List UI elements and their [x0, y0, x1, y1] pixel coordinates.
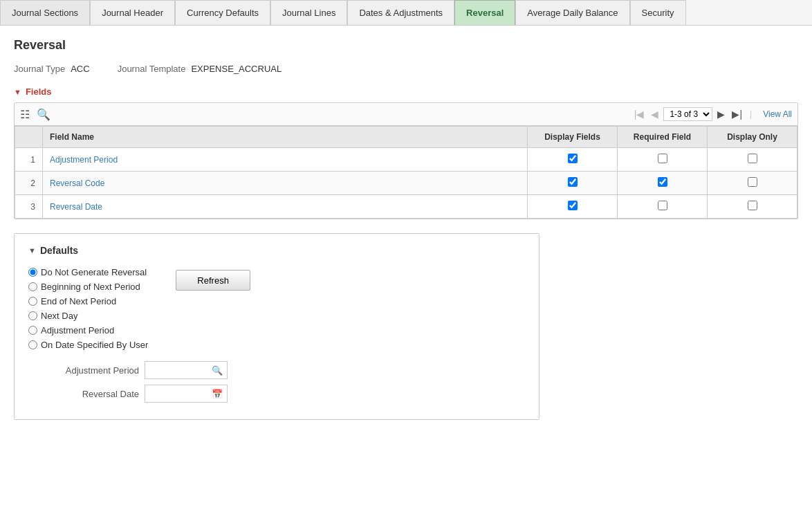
fields-section-label: Fields: [26, 86, 52, 97]
col-num: [15, 127, 43, 148]
cell-display-fields-0-checkbox[interactable]: [568, 154, 578, 163]
field-name-link[interactable]: Reversal Date: [50, 202, 102, 212]
radio-group: Do Not Generate ReversalBeginning of Nex…: [28, 267, 148, 350]
fields-table: Field Name Display Fields Required Field…: [15, 126, 797, 219]
page-title: Reversal: [14, 38, 798, 53]
cell-display-fields-0[interactable]: [528, 148, 618, 172]
radio-on-date-specified[interactable]: [28, 340, 37, 349]
first-page-button[interactable]: |◀: [632, 109, 647, 120]
tab-journal-sections[interactable]: Journal Sections: [0, 0, 90, 25]
reversal-date-input[interactable]: 📅: [145, 385, 228, 403]
reversal-date-label: Reversal Date: [28, 389, 139, 399]
fields-toggle-icon[interactable]: ▼: [14, 88, 21, 96]
fields-section-header: ▼ Fields: [14, 86, 798, 97]
cell-required-field-2-checkbox[interactable]: [658, 201, 667, 210]
table-toolbar: ☷ 🔍 |◀ ◀ 1-3 of 3 ▶ ▶| | View All: [15, 103, 797, 126]
cell-display-only-1-checkbox[interactable]: [748, 177, 757, 187]
toolbar-left: ☷ 🔍: [20, 108, 50, 121]
cell-display-only-0-checkbox[interactable]: [748, 154, 757, 163]
radio-end-next-period[interactable]: [28, 297, 37, 306]
radio-next-day[interactable]: [28, 311, 37, 320]
cell-display-fields-2[interactable]: [528, 195, 618, 219]
radio-label-next-day[interactable]: Next Day: [41, 311, 77, 321]
defaults-section-label: Defaults: [40, 245, 78, 256]
adjustment-period-label: Adjustment Period: [28, 365, 139, 376]
cell-num: 3: [15, 195, 43, 219]
field-name-link[interactable]: Adjustment Period: [50, 155, 118, 165]
defaults-section: ▼ Defaults Do Not Generate ReversalBegin…: [14, 233, 539, 420]
last-page-button[interactable]: ▶|: [730, 109, 744, 120]
main-content: Reversal Journal Type ACC Journal Templa…: [0, 26, 812, 432]
adjustment-period-input[interactable]: 🔍: [145, 361, 228, 379]
radio-item-do-not-generate: Do Not Generate Reversal: [28, 267, 148, 277]
cell-required-field-2[interactable]: [618, 195, 708, 219]
adjustment-period-search-icon[interactable]: 🔍: [212, 365, 223, 376]
cell-required-field-1-checkbox[interactable]: [658, 177, 667, 187]
cell-required-field-0-checkbox[interactable]: [658, 154, 667, 163]
defaults-toggle-icon[interactable]: ▼: [28, 246, 36, 255]
prev-page-button[interactable]: ◀: [649, 109, 661, 120]
tab-dates-adjustments[interactable]: Dates & Adjustments: [347, 0, 454, 25]
refresh-button[interactable]: Refresh: [176, 270, 250, 291]
cell-display-only-2-checkbox[interactable]: [748, 201, 757, 210]
col-field-name: Field Name: [43, 127, 528, 148]
field-name-link[interactable]: Reversal Code: [50, 178, 104, 188]
radio-label-beginning-next-period[interactable]: Beginning of Next Period: [41, 282, 140, 292]
radio-do-not-generate[interactable]: [28, 268, 37, 277]
tab-reversal[interactable]: Reversal: [454, 0, 515, 25]
reversal-date-text[interactable]: [149, 389, 205, 398]
radio-item-end-next-period: End of Next Period: [28, 296, 148, 306]
radio-label-do-not-generate[interactable]: Do Not Generate Reversal: [41, 267, 147, 277]
journal-template-label: Journal Template: [118, 64, 186, 74]
col-display-only: Display Only: [708, 127, 797, 148]
journal-type-label: Journal Type: [14, 64, 65, 74]
table-header-row: Field Name Display Fields Required Field…: [15, 127, 797, 148]
adjustment-period-row: Adjustment Period 🔍: [28, 361, 525, 379]
view-all-link[interactable]: View All: [763, 109, 792, 119]
tab-journal-header[interactable]: Journal Header: [90, 0, 175, 25]
fields-section: ▼ Fields ☷ 🔍 |◀ ◀ 1-3 of 3 ▶ ▶| |: [14, 86, 798, 219]
meta-info: Journal Type ACC Journal Template EXPENS…: [14, 64, 798, 74]
col-display-fields: Display Fields: [528, 127, 618, 148]
form-fields: Adjustment Period 🔍 Reversal Date 📅: [28, 361, 525, 403]
radio-item-next-day: Next Day: [28, 311, 148, 321]
table-row: 3Reversal Date: [15, 195, 797, 219]
grid-icon[interactable]: ☷: [20, 108, 30, 121]
radio-item-adjustment-period: Adjustment Period: [28, 325, 148, 336]
fields-table-container: ☷ 🔍 |◀ ◀ 1-3 of 3 ▶ ▶| | View All: [14, 102, 798, 219]
search-icon[interactable]: 🔍: [37, 108, 50, 121]
radio-label-on-date-specified[interactable]: On Date Specified By User: [41, 340, 148, 350]
pagination: |◀ ◀ 1-3 of 3 ▶ ▶| | View All: [632, 107, 792, 121]
cell-num: 2: [15, 172, 43, 195]
radio-label-end-next-period[interactable]: End of Next Period: [41, 296, 116, 306]
tab-average-daily-balance[interactable]: Average Daily Balance: [515, 0, 629, 25]
cell-display-only-2[interactable]: [708, 195, 797, 219]
cell-required-field-1[interactable]: [618, 172, 708, 195]
cell-display-only-1[interactable]: [708, 172, 797, 195]
cell-display-fields-1[interactable]: [528, 172, 618, 195]
radio-item-beginning-next-period: Beginning of Next Period: [28, 282, 148, 292]
journal-type-item: Journal Type ACC: [14, 64, 90, 74]
cell-num: 1: [15, 148, 43, 172]
cell-display-only-0[interactable]: [708, 148, 797, 172]
reversal-date-calendar-icon[interactable]: 📅: [212, 389, 223, 399]
cell-field-name: Reversal Code: [43, 172, 528, 195]
page-select[interactable]: 1-3 of 3: [663, 107, 712, 121]
radio-item-on-date-specified: On Date Specified By User: [28, 340, 148, 350]
radio-adjustment-period[interactable]: [28, 326, 37, 335]
radio-label-adjustment-period[interactable]: Adjustment Period: [41, 325, 114, 336]
cell-display-fields-1-checkbox[interactable]: [568, 177, 578, 187]
defaults-body: Do Not Generate ReversalBeginning of Nex…: [28, 267, 525, 350]
cell-field-name: Reversal Date: [43, 195, 528, 219]
cell-field-name: Adjustment Period: [43, 148, 528, 172]
tab-journal-lines[interactable]: Journal Lines: [270, 0, 347, 25]
col-required-field: Required Field: [618, 127, 708, 148]
next-page-button[interactable]: ▶: [715, 109, 727, 120]
cell-display-fields-2-checkbox[interactable]: [568, 201, 578, 210]
cell-required-field-0[interactable]: [618, 148, 708, 172]
radio-beginning-next-period[interactable]: [28, 282, 37, 291]
tab-security[interactable]: Security: [630, 0, 686, 25]
tab-currency-defaults[interactable]: Currency Defaults: [175, 0, 270, 25]
reversal-date-row: Reversal Date 📅: [28, 385, 525, 403]
adjustment-period-text[interactable]: [149, 365, 205, 375]
